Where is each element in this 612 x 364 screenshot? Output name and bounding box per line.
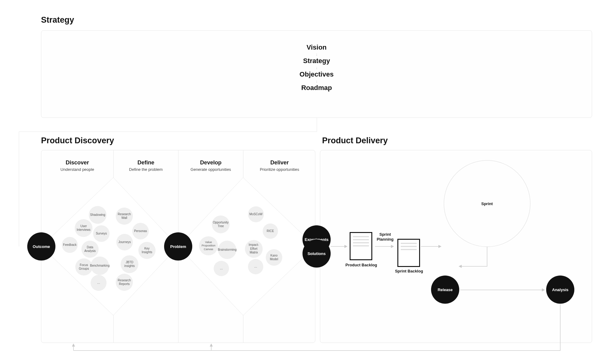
sprint-backlog-label: Sprint Backlog xyxy=(394,269,424,273)
sprint-loop-label: Sprint xyxy=(481,201,493,206)
bubble-research-reports: Research Reports xyxy=(116,274,133,291)
bubble-opportunity-tree: Opportunity Tree xyxy=(212,216,230,233)
arrow-down-icon: ↓ xyxy=(316,79,317,83)
arrow-down-icon: ↓ xyxy=(316,66,317,70)
phase-title: Deliver xyxy=(270,159,289,166)
phase-title: Discover xyxy=(66,159,89,166)
arrow-down-icon: ↓ xyxy=(316,52,317,56)
bubble-moscow: MoSCoW xyxy=(248,206,264,222)
bubble-data-analysis: Data Analysis xyxy=(81,241,99,258)
bubble-jtbd-insights: JBTD insights xyxy=(121,255,138,273)
bubble-brainstorming: Brainstorming xyxy=(218,241,236,259)
sprint-planning-label: Sprint Planning xyxy=(374,232,396,242)
node-analysis: Analysis xyxy=(546,276,574,304)
strategy-item-vision: Vision xyxy=(306,43,327,51)
bubble-deliver-more: … xyxy=(248,259,263,274)
sprint-backlog-box xyxy=(397,239,420,267)
phase-subtitle: Understand people xyxy=(61,167,94,172)
phase-subtitle: Prioritize opportunities xyxy=(260,167,299,172)
section-title-strategy: Strategy xyxy=(41,15,74,25)
strategy-item-objectives: Objectives xyxy=(299,70,333,78)
product-backlog-box xyxy=(350,232,372,260)
node-problem: Problem xyxy=(164,232,192,261)
bubble-journeys: Journeys xyxy=(116,234,133,250)
bubble-discover-more: … xyxy=(91,275,107,291)
strategy-chain: Vision ↓ Strategy ↓ Objectives ↓ Roadmap xyxy=(41,43,592,92)
bubble-kano-model: Kano Model xyxy=(266,249,282,266)
node-outcome: Outcome xyxy=(27,232,55,261)
phase-subtitle: Define the problem xyxy=(129,167,163,172)
strategy-item-roadmap: Roadmap xyxy=(301,84,332,92)
strategy-item-strategy: Strategy xyxy=(303,57,330,65)
bubble-surveys: Surveys xyxy=(93,225,110,242)
bubble-rice: RICE xyxy=(263,223,278,239)
bubble-benchmarking: Benchmarking xyxy=(91,257,109,275)
node-solutions: Solutions xyxy=(302,239,331,268)
bubble-research-wall: Research Wall xyxy=(116,208,133,225)
bubble-feedback: Feedback xyxy=(62,237,78,253)
bubble-value-prop-canvas: Value Proposition Canvas xyxy=(199,236,218,255)
phase-subtitle: Generate opportunities xyxy=(190,167,231,172)
section-title-discovery: Product Discovery xyxy=(41,136,114,145)
bubble-user-interviews: User Interviews xyxy=(75,219,92,237)
bubble-develop-more: … xyxy=(214,261,229,276)
section-title-delivery: Product Delivery xyxy=(322,136,388,145)
node-release: Release xyxy=(431,276,459,304)
phase-title: Develop xyxy=(200,159,221,166)
bubble-personas: Personas xyxy=(132,223,149,239)
bubble-shadowing: Shadowing xyxy=(89,206,107,224)
product-backlog-label: Product Backlog xyxy=(345,263,377,267)
phase-title: Define xyxy=(137,159,154,166)
bubble-key-insights: Key Insights xyxy=(138,242,156,259)
bubble-impact-effort: Impact-Effort Matrix xyxy=(245,240,263,258)
strategy-panel: Vision ↓ Strategy ↓ Objectives ↓ Roadmap xyxy=(41,30,592,118)
